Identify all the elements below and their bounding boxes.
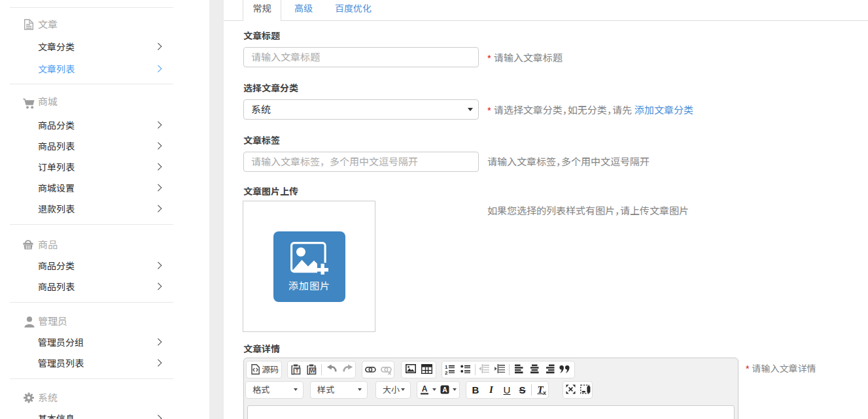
svg-text:A: A [422,384,428,394]
svg-text:1: 1 [445,364,448,370]
svg-text:T: T [295,367,299,374]
svg-text:2: 2 [445,370,448,375]
svg-text:A: A [442,386,447,394]
svg-text:W: W [310,367,316,374]
